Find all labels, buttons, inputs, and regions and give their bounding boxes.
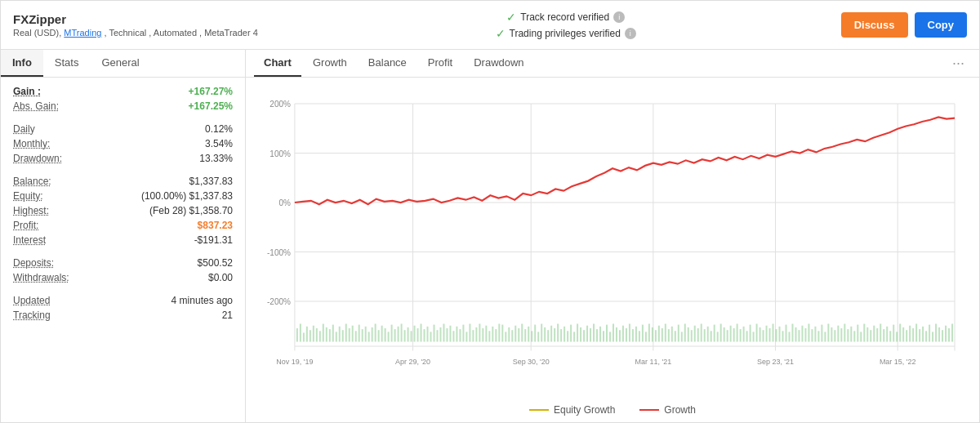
track-record-info-icon[interactable]: i xyxy=(613,11,625,23)
deposits-label: Deposits: xyxy=(13,257,54,269)
svg-rect-183 xyxy=(814,327,816,342)
tab-general[interactable]: General xyxy=(90,50,150,77)
svg-rect-119 xyxy=(606,325,608,342)
svg-rect-189 xyxy=(834,330,835,341)
broker-link[interactable]: MTrading xyxy=(64,28,101,38)
track-record-verification: ✓ Track record verified i xyxy=(506,11,625,24)
svg-rect-187 xyxy=(827,324,829,342)
svg-rect-153 xyxy=(717,332,719,341)
svg-rect-224 xyxy=(948,328,950,342)
svg-rect-34 xyxy=(329,329,331,341)
svg-rect-222 xyxy=(942,330,943,341)
svg-rect-99 xyxy=(541,324,542,342)
drawdown-value: 13.33% xyxy=(199,153,233,164)
svg-rect-124 xyxy=(622,326,624,342)
svg-rect-102 xyxy=(550,326,552,342)
svg-rect-95 xyxy=(528,327,529,342)
svg-rect-126 xyxy=(629,324,630,342)
svg-rect-49 xyxy=(378,330,380,341)
svg-rect-128 xyxy=(635,327,637,342)
copy-button[interactable]: Copy xyxy=(915,12,968,38)
tab-drawdown[interactable]: Drawdown xyxy=(464,50,533,77)
withdrawals-value: $0.00 xyxy=(208,272,233,283)
svg-rect-167 xyxy=(763,330,764,341)
svg-rect-87 xyxy=(501,325,503,342)
svg-rect-169 xyxy=(769,328,771,342)
svg-rect-67 xyxy=(436,330,438,341)
svg-rect-174 xyxy=(786,325,787,342)
header: FXZipper Real (USD), MTrading , Technica… xyxy=(1,1,979,50)
svg-rect-101 xyxy=(547,330,549,341)
svg-text:Sep 23, '21: Sep 23, '21 xyxy=(757,357,794,367)
svg-rect-73 xyxy=(456,327,457,342)
discuss-button[interactable]: Discuss xyxy=(841,12,908,38)
trading-privileges-info-icon[interactable]: i xyxy=(625,28,636,39)
tab-balance[interactable]: Balance xyxy=(359,50,416,77)
abs-gain-row: Abs. Gain: +167.25% xyxy=(13,100,233,112)
svg-rect-156 xyxy=(727,330,728,341)
tab-growth[interactable]: Growth xyxy=(303,50,357,77)
svg-rect-186 xyxy=(824,332,826,341)
svg-rect-211 xyxy=(906,330,907,341)
growth-line xyxy=(639,409,659,411)
svg-rect-81 xyxy=(482,328,483,342)
svg-rect-177 xyxy=(795,327,796,342)
svg-rect-52 xyxy=(388,332,390,341)
svg-rect-89 xyxy=(508,327,510,342)
svg-rect-86 xyxy=(498,324,500,342)
svg-rect-133 xyxy=(652,327,653,342)
svg-rect-106 xyxy=(564,327,565,342)
legend-equity-growth: Equity Growth xyxy=(529,404,615,416)
svg-rect-104 xyxy=(557,324,559,342)
equity-growth-label: Equity Growth xyxy=(554,404,615,416)
svg-rect-199 xyxy=(866,327,868,342)
svg-rect-121 xyxy=(612,324,614,342)
tab-stats[interactable]: Stats xyxy=(43,50,91,77)
svg-rect-135 xyxy=(658,326,660,342)
svg-rect-113 xyxy=(586,326,588,342)
svg-rect-84 xyxy=(492,327,493,342)
svg-rect-74 xyxy=(459,329,461,341)
svg-rect-159 xyxy=(737,324,738,342)
svg-rect-109 xyxy=(573,332,575,341)
drawdown-label: Drawdown: xyxy=(13,153,62,164)
tab-chart[interactable]: Chart xyxy=(254,50,301,77)
left-panel: Info Stats General Gain : +167.27% Abs. … xyxy=(1,50,246,422)
withdrawals-row: Withdrawals: $0.00 xyxy=(13,272,233,283)
svg-text:Mar 11, '21: Mar 11, '21 xyxy=(635,357,672,367)
svg-rect-176 xyxy=(791,324,793,342)
gain-value: +167.27% xyxy=(189,86,233,97)
svg-rect-161 xyxy=(743,327,745,342)
svg-rect-127 xyxy=(632,329,634,341)
svg-rect-155 xyxy=(724,327,725,342)
profit-label: Profit: xyxy=(13,220,38,231)
gain-label: Gain : xyxy=(13,86,41,97)
highest-label: Highest: xyxy=(13,205,49,216)
svg-rect-47 xyxy=(372,327,373,342)
account-subtitle: Real (USD), MTrading , Technical , Autom… xyxy=(13,28,258,38)
svg-rect-85 xyxy=(495,329,497,341)
tab-info[interactable]: Info xyxy=(1,50,43,77)
svg-rect-50 xyxy=(381,326,383,342)
svg-rect-24 xyxy=(296,328,298,342)
svg-rect-148 xyxy=(701,324,702,342)
svg-rect-35 xyxy=(332,325,334,342)
check-icon-2: ✓ xyxy=(496,27,506,40)
profit-value: $837.23 xyxy=(198,220,233,231)
svg-rect-173 xyxy=(782,331,784,341)
more-options-button[interactable]: ··· xyxy=(946,51,971,75)
svg-rect-145 xyxy=(691,330,693,341)
svg-rect-37 xyxy=(339,327,341,342)
svg-rect-65 xyxy=(430,332,432,341)
svg-rect-168 xyxy=(766,326,768,342)
svg-rect-152 xyxy=(714,325,715,342)
monthly-label: Monthly: xyxy=(13,138,50,149)
svg-rect-178 xyxy=(798,330,800,341)
gain-row: Gain : +167.27% xyxy=(13,86,233,97)
svg-rect-225 xyxy=(951,324,953,342)
svg-rect-218 xyxy=(929,325,930,342)
svg-rect-179 xyxy=(801,326,803,342)
tab-profit[interactable]: Profit xyxy=(418,50,462,77)
svg-rect-195 xyxy=(853,331,855,341)
svg-rect-54 xyxy=(394,329,396,341)
